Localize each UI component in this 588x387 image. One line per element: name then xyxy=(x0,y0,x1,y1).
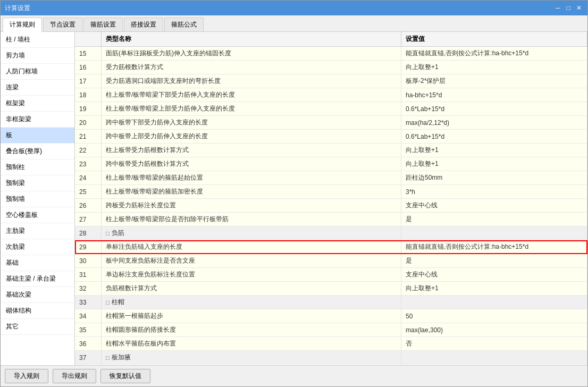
export-button[interactable]: 导出规则 xyxy=(53,369,96,383)
cell-value: 50 xyxy=(401,309,587,323)
sidebar-item-3[interactable]: 连梁 xyxy=(1,80,74,96)
table-row[interactable]: 37□ 板加腋 xyxy=(75,351,587,365)
table-row[interactable]: 24柱上板带/板带暗梁的箍筋起始位置距柱边50mm xyxy=(75,171,587,185)
window-title: 计算设置 xyxy=(5,4,30,13)
sidebar-item-15[interactable]: 基础主梁 / 承台梁 xyxy=(1,271,74,287)
table-row[interactable]: 31单边标注支座负筋标注长度位置支座中心线 xyxy=(75,268,587,282)
title-bar: 计算设置 ─ □ ✕ xyxy=(1,1,587,15)
table-row[interactable]: 16受力筋根数计算方式向上取整+1 xyxy=(75,61,587,74)
sidebar-item-12[interactable]: 主肋梁 xyxy=(1,223,74,239)
cell-value: 否 xyxy=(401,337,587,350)
cell-value xyxy=(401,226,587,240)
table-row[interactable]: 15面筋(单标注踢板受力筋)伸入支座的锚固长度能直锚就直锚,否则按公式计算:ha… xyxy=(75,47,587,61)
cell-name: 单标注负筋锚入支座的长度 xyxy=(102,240,401,254)
cell-number: 20 xyxy=(75,116,102,129)
table-row[interactable]: 30板中间支座负筋标注是否含文座是 xyxy=(75,254,587,268)
table-row[interactable]: 23跨中板带受力筋根数计算方式向上取整+1 xyxy=(75,157,587,171)
cell-name: □ 板加腋 xyxy=(102,351,401,364)
cell-number: 18 xyxy=(75,88,102,102)
table-row[interactable]: 22柱上板带受力筋根数计算方式向上取整+1 xyxy=(75,144,587,157)
cell-number: 27 xyxy=(75,213,102,226)
sidebar-item-14[interactable]: 基础 xyxy=(1,255,74,271)
group-toggle-icon[interactable]: □ xyxy=(106,230,110,237)
cell-name: 受力筋根数计算方式 xyxy=(102,61,401,74)
tab-1[interactable]: 节点设置 xyxy=(43,18,82,31)
cell-value: max(ha/2,12*d) xyxy=(401,116,587,129)
tab-4[interactable]: 箍筋公式 xyxy=(164,18,204,31)
table-row[interactable]: 28□ 负筋 xyxy=(75,226,587,240)
table-row[interactable]: 36柱帽水平箍筋在板内布置否 xyxy=(75,337,587,351)
table-row[interactable]: 33□ 柱帽 xyxy=(75,296,587,309)
table-row[interactable]: 27柱上板带/板带暗梁部位是否扣除平行板带筋是 xyxy=(75,213,587,226)
cell-number: 24 xyxy=(75,171,102,184)
table-row[interactable]: 17受力筋遇洞口或端部无支座时的弯折长度板厚-2*保护层 xyxy=(75,74,587,88)
sidebar-item-0[interactable]: 柱 / 墙柱 xyxy=(1,32,74,48)
cell-name: 面筋(单标注踢板受力筋)伸入支座的锚固长度 xyxy=(102,47,401,60)
table-row[interactable]: 18柱上板带/板带暗梁下部受力筋伸入支座的长度ha-bhc+15*d xyxy=(75,88,587,102)
cell-number: 32 xyxy=(75,282,102,295)
cell-value: 是 xyxy=(401,254,587,267)
table-row[interactable]: 29单标注负筋锚入支座的长度能直锚就直锚,否则按公式计算:ha-bhc+15*d xyxy=(75,240,587,254)
cell-name: 跨中板带受力筋根数计算方式 xyxy=(102,157,401,171)
sidebar-item-9[interactable]: 预制梁 xyxy=(1,175,74,191)
cell-name: 柱帽第一根箍筋起步 xyxy=(102,309,401,323)
cell-name: 板中间支座负筋标注是否含文座 xyxy=(102,254,401,267)
table-row[interactable]: 32负筋根数计算方式向上取整+1 xyxy=(75,282,587,296)
cell-number: 16 xyxy=(75,61,102,74)
main-window: 计算设置 ─ □ ✕ 计算规则节点设置箍筋设置搭接设置箍筋公式 柱 / 墙柱剪力… xyxy=(0,0,588,387)
group-toggle-icon[interactable]: □ xyxy=(106,355,110,361)
sidebar-item-8[interactable]: 预制柱 xyxy=(1,159,74,175)
col-value-header: 设置值 xyxy=(401,32,587,46)
table-row[interactable]: 34柱帽第一根箍筋起步50 xyxy=(75,309,587,323)
cell-name: 柱帽水平箍筋在板内布置 xyxy=(102,337,401,350)
sidebar-item-17[interactable]: 砌体结构 xyxy=(1,303,74,319)
cell-name: 柱上板带/板带暗梁部位是否扣除平行板带筋 xyxy=(102,213,401,226)
tab-bar: 计算规则节点设置箍筋设置搭接设置箍筋公式 xyxy=(1,15,587,32)
cell-number: 22 xyxy=(75,144,102,157)
table-row[interactable]: 35柱帽圆形箍筋的搭接长度max(lae,300) xyxy=(75,323,587,337)
table-header: 类型名称 设置值 xyxy=(75,32,587,47)
cell-name: 跨中板带下部受力筋伸入支座的长度 xyxy=(102,116,401,129)
cell-number: 15 xyxy=(75,47,102,60)
table-row[interactable]: 26跨板受力筋标注长度位置支座中心线 xyxy=(75,199,587,213)
cell-name: 柱上板带受力筋根数计算方式 xyxy=(102,144,401,157)
cell-number: 35 xyxy=(75,323,102,336)
table-row[interactable]: 19柱上板带/板带暗梁上部受力筋伸入支座的长度0.6*Lab+15*d xyxy=(75,102,587,116)
sidebar-item-5[interactable]: 非框架梁 xyxy=(1,112,74,128)
sidebar-item-7[interactable]: 叠合板(整厚) xyxy=(1,144,74,159)
maximize-button[interactable]: □ xyxy=(564,4,573,12)
sidebar-item-6[interactable]: 板 xyxy=(1,128,74,144)
cell-number: 21 xyxy=(75,130,102,143)
tab-3[interactable]: 搭接设置 xyxy=(124,18,163,31)
table-row[interactable]: 25柱上板带/板带暗梁的箍筋加密长度3*h xyxy=(75,185,587,199)
table-row[interactable]: 20跨中板带下部受力筋伸入支座的长度max(ha/2,12*d) xyxy=(75,116,587,130)
sidebar: 柱 / 墙柱剪力墙人防门框墙连梁框架梁非框架梁板叠合板(整厚)预制柱预制梁预制墙… xyxy=(1,32,75,365)
sidebar-item-1[interactable]: 剪力墙 xyxy=(1,48,74,64)
cell-name: 柱上板带/板带暗梁的箍筋起始位置 xyxy=(102,171,401,184)
minimize-button[interactable]: ─ xyxy=(553,4,562,12)
import-button[interactable]: 导入规则 xyxy=(5,369,48,383)
tab-2[interactable]: 箍筋设置 xyxy=(83,18,123,31)
cell-value: 0.6*Lab+15*d xyxy=(401,102,587,115)
cell-value: 向上取整+1 xyxy=(401,282,587,295)
sidebar-item-10[interactable]: 预制墙 xyxy=(1,191,74,207)
restore-button[interactable]: 恢复默认值 xyxy=(100,369,150,383)
group-toggle-icon[interactable]: □ xyxy=(106,299,110,306)
sidebar-item-11[interactable]: 空心楼盖板 xyxy=(1,207,74,223)
cell-value: 向上取整+1 xyxy=(401,157,587,171)
cell-value xyxy=(401,296,587,309)
tab-0[interactable]: 计算规则 xyxy=(3,18,42,32)
sidebar-item-4[interactable]: 框架梁 xyxy=(1,96,74,112)
cell-value: 0.6*Lab+15*d xyxy=(401,130,587,143)
cell-number: 19 xyxy=(75,102,102,115)
table-row[interactable]: 21跨中板带上部受力筋伸入支座的长度0.6*Lab+15*d xyxy=(75,130,587,144)
cell-value xyxy=(401,351,587,364)
sidebar-item-2[interactable]: 人防门框墙 xyxy=(1,64,74,80)
cell-value: 是 xyxy=(401,213,587,226)
sidebar-item-13[interactable]: 次肋梁 xyxy=(1,239,74,255)
close-button[interactable]: ✕ xyxy=(575,4,583,12)
cell-number: 33 xyxy=(75,296,102,309)
sidebar-item-16[interactable]: 基础次梁 xyxy=(1,287,74,303)
sidebar-item-18[interactable]: 其它 xyxy=(1,319,74,335)
cell-value: 板厚-2*保护层 xyxy=(401,74,587,88)
